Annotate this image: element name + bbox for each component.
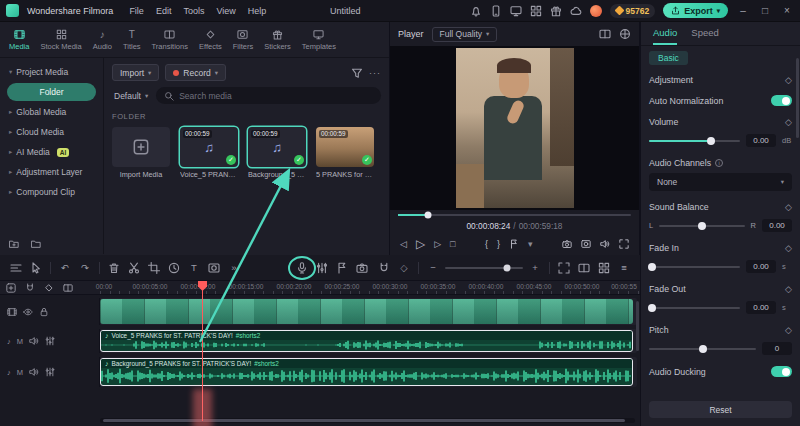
media-item-video[interactable]: 00:00:59 ✓ 5 PRANKS for ST... [316, 127, 374, 179]
quality-dropdown[interactable]: Full Quality▾ [432, 27, 498, 42]
gift-icon[interactable] [550, 5, 562, 17]
filter-icon[interactable] [351, 67, 363, 79]
sidebar-item-project-media[interactable]: ▾Project Media [0, 62, 103, 82]
background-audio-clip[interactable]: ♪ Background_5 PRANKS for ST. PATRICK'S … [100, 358, 633, 386]
minimize-button[interactable]: – [736, 5, 750, 16]
add-track-icon[interactable] [6, 283, 16, 293]
split-button[interactable] [124, 258, 144, 278]
volume-slider[interactable] [649, 140, 740, 142]
screen-record-icon[interactable] [510, 5, 522, 17]
fade-out-value[interactable]: 0.00 [746, 301, 776, 314]
fade-in-handle[interactable] [648, 263, 656, 271]
menu-file[interactable]: File [129, 6, 144, 16]
lock-track-icon[interactable] [39, 307, 49, 317]
seek-handle[interactable] [425, 212, 432, 219]
hide-track-icon[interactable] [23, 307, 33, 317]
playhead[interactable] [202, 281, 203, 421]
keyframe-all-icon[interactable] [44, 283, 54, 293]
fade-out-keyframe-icon[interactable]: ◇ [785, 284, 792, 294]
timeline-layout-button[interactable] [594, 258, 614, 278]
properties-tab-speed[interactable]: Speed [691, 22, 718, 45]
cloud-icon[interactable] [570, 5, 582, 17]
record-button[interactable]: Record▾ [165, 64, 226, 81]
sound-balance-slider[interactable] [659, 225, 744, 227]
audio-track-1-header[interactable]: ♪ M [0, 329, 100, 353]
connect-phone-icon[interactable] [490, 5, 502, 17]
tab-templates[interactable]: Templates [297, 22, 341, 57]
tab-filters[interactable]: Filters [228, 22, 258, 57]
previous-frame-button[interactable]: ◁ [400, 239, 407, 249]
track-volume-icon[interactable] [29, 336, 39, 346]
import-button[interactable]: Import▾ [112, 64, 159, 81]
sound-balance-keyframe-icon[interactable]: ◇ [785, 202, 792, 212]
track-volume-icon[interactable] [29, 367, 39, 377]
audio-mixer-button[interactable] [312, 258, 332, 278]
sidebar-item-compound-clip[interactable]: ▸Compound Clip [0, 182, 103, 202]
zoom-out-button[interactable]: − [423, 258, 443, 278]
link-clips-icon[interactable] [63, 283, 73, 293]
redo-button[interactable]: ↷ [75, 258, 95, 278]
mask-button[interactable] [204, 258, 224, 278]
stop-button[interactable]: □ [450, 239, 455, 249]
snapshot-button[interactable] [352, 258, 372, 278]
menu-tools[interactable]: Tools [183, 6, 204, 16]
voice-audio-clip[interactable]: ♪ Voice_5 PRANKS for ST. PATRICK'S DAY! … [100, 330, 633, 352]
import-media-tile[interactable]: Import Media [112, 127, 170, 179]
timeline-menu-button[interactable]: ≡ [614, 258, 634, 278]
snap-toggle-icon[interactable] [374, 258, 394, 278]
split-view-icon[interactable] [599, 28, 611, 40]
media-item-background[interactable]: 00:00:59 ♫ ✓ Background_5 P... [248, 127, 306, 179]
fit-timeline-button[interactable] [554, 258, 574, 278]
fade-in-slider[interactable] [649, 266, 740, 268]
video-clip[interactable] [100, 299, 633, 324]
speed-button[interactable] [164, 258, 184, 278]
collapse-folders-icon[interactable] [31, 239, 41, 249]
audio-channels-dropdown[interactable]: None ▾ [649, 173, 792, 191]
more-tools-button[interactable]: » [224, 258, 244, 278]
sort-dropdown[interactable]: Default▾ [112, 91, 150, 101]
volume-value[interactable]: 0.00 [746, 134, 776, 147]
zoom-slider-handle[interactable] [504, 264, 511, 271]
pitch-handle[interactable] [699, 345, 707, 353]
mark-out-button[interactable]: } [497, 239, 500, 249]
close-button[interactable]: × [780, 5, 794, 16]
snap-icon[interactable] [25, 283, 35, 293]
scopes-icon[interactable] [619, 28, 631, 40]
video-track-header[interactable] [0, 298, 100, 325]
sound-balance-handle[interactable] [698, 222, 706, 230]
voiceover-record-button[interactable] [292, 258, 312, 278]
volume-slider-handle[interactable] [707, 137, 715, 145]
media-item-voice[interactable]: 00:00:59 ♫ ✓ Voice_5 PRANKS... [180, 127, 238, 179]
manage-tracks-icon[interactable] [6, 258, 26, 278]
sidebar-item-folder[interactable]: Folder [7, 83, 96, 101]
reset-button[interactable]: Reset [649, 401, 792, 418]
aspect-ratio-button[interactable] [581, 239, 591, 249]
resources-icon[interactable] [530, 5, 542, 17]
scrollbar-thumb[interactable] [103, 419, 625, 422]
mute-track-icon[interactable]: M [17, 337, 23, 346]
text-tool-button[interactable]: T [184, 258, 204, 278]
sidebar-item-ai-media[interactable]: ▸AI MediaAI [0, 142, 103, 162]
select-tool-icon[interactable] [26, 258, 46, 278]
tab-media[interactable]: Media [4, 22, 34, 57]
next-frame-button[interactable]: ▷ [434, 239, 441, 249]
tab-effects[interactable]: Effects [194, 22, 227, 57]
search-box[interactable] [156, 87, 381, 104]
audio-track-2-header[interactable]: ♪ M [0, 357, 100, 387]
notification-icon[interactable] [470, 5, 482, 17]
keyframe-button[interactable]: ◇ [394, 258, 414, 278]
track-settings-icon[interactable] [45, 367, 55, 377]
play-button[interactable]: ▷ [416, 237, 425, 251]
audio-ducking-toggle[interactable] [771, 366, 792, 377]
search-input[interactable] [179, 91, 373, 101]
balance-value[interactable]: 0.00 [762, 219, 792, 232]
pitch-keyframe-icon[interactable]: ◇ [785, 325, 792, 335]
properties-tab-audio[interactable]: Audio [653, 22, 677, 45]
mute-track-icon[interactable]: M [17, 368, 23, 377]
fade-in-value[interactable]: 0.00 [746, 260, 776, 273]
tab-stickers[interactable]: Stickers [259, 22, 296, 57]
volume-keyframe-icon[interactable]: ◇ [785, 117, 792, 127]
zoom-in-button[interactable]: + [525, 258, 545, 278]
adjustment-keyframe-icon[interactable]: ◇ [785, 75, 792, 85]
timeline-vertical-scrollbar[interactable] [636, 301, 639, 351]
